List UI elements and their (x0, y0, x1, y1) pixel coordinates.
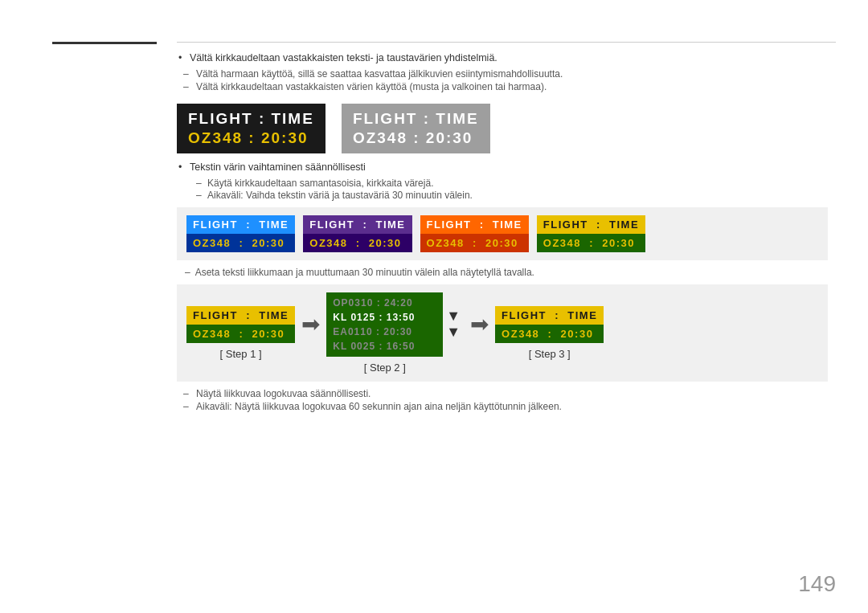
arrow-right-2: ➡ (470, 311, 489, 337)
large-panels-row: FLIGHT : TIME OZ348 : 20:30 FLIGHT : TIM… (177, 104, 828, 153)
variant-green-row1: FLIGHT : TIME (537, 215, 645, 234)
logo-note-list: Näytä liikkuvaa logokuvaa säännöllisesti… (183, 388, 828, 412)
page-number: 149 (798, 571, 836, 597)
step2-row2: KL 0125 : 13:50 (333, 310, 436, 325)
panel-gray-row2: OZ348 : 20:30 (353, 129, 479, 147)
variant-panel-orange: FLIGHT : TIME OZ348 : 20:30 (420, 215, 529, 252)
steps-section: FLIGHT : TIME OZ348 : 20:30 [ Step 1 ] ➡… (177, 284, 828, 382)
step-note: Aseta teksti liikkumaan ja muuttumaan 30… (185, 267, 828, 278)
arrow-down-1: ▼ (446, 309, 461, 325)
step3-row1: FLIGHT : TIME (495, 306, 604, 325)
color-bullet-item: Tekstin värin vaihtaminen säännöllisesti (177, 161, 828, 173)
variant-purple-row1: FLIGHT : TIME (303, 215, 411, 234)
color-panels-section: FLIGHT : TIME OZ348 : 20:30 FLIGHT : TIM… (177, 207, 828, 260)
arrow-down-2: ▼ (446, 325, 461, 341)
step2-scroll-panel: OP0310 : 24:20 KL 0125 : 13:50 EA0110 : … (326, 292, 443, 357)
variant-orange-row2: OZ348 : 20:30 (420, 234, 529, 252)
variant-blue-row2: OZ348 : 20:30 (186, 234, 295, 252)
step-3-block: FLIGHT : TIME OZ348 : 20:30 [ Step 3 ] (495, 306, 604, 360)
variant-panel-purple: FLIGHT : TIME OZ348 : 20:30 (303, 215, 411, 252)
top-divider-line (177, 42, 836, 43)
sub-dash-1: Käytä kirkkaudeltaan samantasoisia, kirk… (196, 178, 828, 189)
variant-purple-row2: OZ348 : 20:30 (303, 234, 411, 252)
step3-row2: OZ348 : 20:30 (495, 325, 604, 343)
main-content: Vältä kirkkaudeltaan vastakkaisten tekst… (177, 52, 828, 417)
logo-note-2: Aikaväli: Näytä liikkuvaa logokuvaa 60 s… (183, 401, 828, 412)
step1-label: [ Step 1 ] (220, 348, 262, 360)
sub-dash-2: Aikaväli: Vaihda tekstin väriä ja tausta… (196, 190, 828, 201)
sub-dash-list: Käytä kirkkaudeltaan samantasoisia, kirk… (196, 178, 828, 201)
panel-gray-row1: FLIGHT : TIME (353, 110, 479, 128)
sidebar-accent-line (52, 42, 157, 44)
variant-blue-row1: FLIGHT : TIME (186, 215, 295, 234)
step2-row3: EA0110 : 20:30 (333, 325, 436, 339)
step-2-block: OP0310 : 24:20 KL 0125 : 13:50 EA0110 : … (326, 292, 443, 374)
logo-note-1: Näytä liikkuvaa logokuvaa säännöllisesti… (183, 388, 828, 399)
step1-row2: OZ348 : 20:30 (186, 325, 295, 343)
step1-panel: FLIGHT : TIME OZ348 : 20:30 (186, 306, 295, 343)
arrow-right-1: ➡ (301, 311, 320, 337)
panel-black-row2: OZ348 : 20:30 (188, 129, 314, 147)
color-bullet-list: Tekstin värin vaihtaminen säännöllisesti (177, 161, 828, 173)
bullet-item-1: Vältä kirkkaudeltaan vastakkaisten tekst… (177, 52, 828, 63)
panel-gray: FLIGHT : TIME OZ348 : 20:30 (342, 104, 490, 153)
dash-item-1: Vältä harmaan käyttöä, sillä se saattaa … (183, 68, 828, 80)
arrow-down-group: ▼ ▼ (446, 309, 461, 341)
step3-panel: FLIGHT : TIME OZ348 : 20:30 (495, 306, 604, 343)
step3-label: [ Step 3 ] (529, 348, 571, 360)
variant-panel-green: FLIGHT : TIME OZ348 : 20:30 (537, 215, 645, 252)
step1-row1: FLIGHT : TIME (186, 306, 295, 325)
main-bullet-list: Vältä kirkkaudeltaan vastakkaisten tekst… (177, 52, 828, 63)
dash-item-2: Vältä kirkkaudeltaan vastakkaisten värie… (183, 81, 828, 92)
panel-black: FLIGHT : TIME OZ348 : 20:30 (177, 104, 326, 153)
step2-label: [ Step 2 ] (364, 362, 406, 374)
step2-row1: OP0310 : 24:20 (333, 296, 436, 310)
variant-panel-blue: FLIGHT : TIME OZ348 : 20:30 (186, 215, 295, 252)
variant-orange-row1: FLIGHT : TIME (420, 215, 529, 234)
dash-list: Vältä harmaan käyttöä, sillä se saattaa … (183, 68, 828, 92)
step-1-block: FLIGHT : TIME OZ348 : 20:30 [ Step 1 ] (186, 306, 295, 360)
variant-green-row2: OZ348 : 20:30 (537, 234, 645, 252)
panel-black-row1: FLIGHT : TIME (188, 110, 314, 128)
step2-row4: KL 0025 : 16:50 (333, 339, 436, 353)
